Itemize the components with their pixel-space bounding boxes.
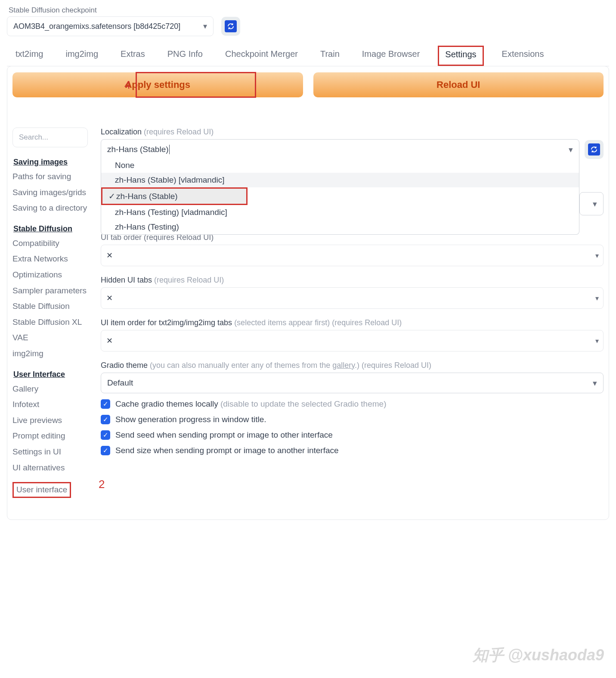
apply-settings-button[interactable]: Apply settings 4 bbox=[12, 72, 303, 97]
tab-image-browser[interactable]: Image Browser bbox=[358, 46, 424, 66]
sidebar-item-sampler[interactable]: Sampler parameters bbox=[12, 285, 88, 297]
checkpoint-select[interactable]: AOM3B4_orangemixs.safetensors [b8d425c72… bbox=[7, 16, 214, 36]
sidebar-group-saving-images[interactable]: Saving images bbox=[13, 158, 88, 167]
checkpoint-value: AOM3B4_orangemixs.safetensors [b8d425c72… bbox=[13, 22, 180, 31]
tab-extensions[interactable]: Extensions bbox=[498, 46, 548, 66]
tab-settings[interactable]: Settings bbox=[438, 46, 483, 66]
checkbox-checked-icon: ✓ bbox=[101, 446, 110, 455]
item-order-select[interactable]: ✕ ▾ bbox=[101, 330, 604, 351]
settings-search-input[interactable] bbox=[12, 128, 88, 147]
sidebar-item-extranet[interactable]: Extra Networks bbox=[12, 253, 88, 265]
localization-select[interactable]: zh-Hans (Stable) ▾ bbox=[101, 139, 579, 160]
tab-train[interactable]: Train bbox=[316, 46, 344, 66]
clear-icon[interactable]: ✕ bbox=[105, 294, 113, 302]
reload-ui-button[interactable]: Reload UI bbox=[313, 72, 604, 97]
checkbox-send-size[interactable]: ✓ Send size when sending prompt or image… bbox=[101, 446, 604, 455]
sidebar-group-sd[interactable]: Stable Diffusion bbox=[13, 224, 88, 233]
tab-txt2img[interactable]: txt2img bbox=[11, 46, 47, 66]
obscured-select-tail[interactable]: ▾ bbox=[579, 192, 604, 215]
checkbox-checked-icon: ✓ bbox=[101, 415, 110, 424]
hidden-tabs-select[interactable]: ✕ ▾ bbox=[101, 287, 604, 309]
chevron-down-icon: ▾ bbox=[595, 252, 599, 260]
hidden-tabs-label: Hidden UI tabs (requires Reload UI) bbox=[101, 276, 604, 285]
marker-4-box bbox=[136, 72, 256, 98]
main-tabs: txt2img img2img Extras PNG Info Checkpoi… bbox=[7, 40, 609, 66]
localization-option-none[interactable]: None bbox=[101, 158, 579, 173]
sidebar-item-sd[interactable]: Stable Diffusion bbox=[12, 301, 88, 312]
clear-icon[interactable]: ✕ bbox=[105, 337, 113, 345]
checkbox-progress-title[interactable]: ✓ Show generation progress in window tit… bbox=[101, 415, 604, 424]
sidebar-item-optim[interactable]: Optimizations bbox=[12, 269, 88, 281]
sidebar-group-ui[interactable]: User Interface bbox=[13, 370, 88, 379]
marker-2: 2 bbox=[99, 478, 105, 491]
sidebar-item-user-interface[interactable]: User interface bbox=[12, 482, 71, 498]
localization-option-testing-vlad[interactable]: zh-Hans (Testing) [vladmandic] bbox=[101, 205, 579, 220]
sidebar-item-prompt-edit[interactable]: Prompt editing bbox=[12, 430, 88, 442]
refresh-icon bbox=[588, 143, 600, 156]
settings-content: Localization (requires Reload UI) zh-Han… bbox=[101, 128, 604, 502]
marker-4: 4 bbox=[124, 78, 130, 92]
refresh-checkpoints-button[interactable] bbox=[221, 17, 240, 36]
checkbox-checked-icon: ✓ bbox=[101, 430, 110, 440]
tab-img2img[interactable]: img2img bbox=[61, 46, 102, 66]
chevron-down-icon: ▾ bbox=[569, 145, 573, 155]
localization-dropdown: None zh-Hans (Stable) [vladmandic] ✓zh-H… bbox=[101, 158, 579, 235]
gallery-link[interactable]: gallery bbox=[332, 361, 355, 370]
chevron-down-icon: ▾ bbox=[595, 337, 599, 345]
gradio-theme-label: Gradio theme (you can also manually ente… bbox=[101, 361, 604, 370]
chevron-down-icon: ▾ bbox=[595, 294, 599, 302]
refresh-localization-button[interactable] bbox=[585, 140, 604, 159]
sidebar-item-saving-dir[interactable]: Saving to a directory bbox=[12, 202, 88, 214]
item-order-label: UI item order for txt2img/img2img tabs (… bbox=[101, 318, 604, 327]
sidebar-item-saving-grids[interactable]: Saving images/grids bbox=[12, 187, 88, 199]
tab-ckpt-merger[interactable]: Checkpoint Merger bbox=[221, 46, 302, 66]
sidebar-item-live[interactable]: Live previews bbox=[12, 415, 88, 426]
sidebar-item-sdxl[interactable]: Stable Diffusion XL bbox=[12, 317, 88, 328]
sidebar-item-vae[interactable]: VAE bbox=[12, 332, 88, 344]
tab-order-select[interactable]: ✕ ▾ bbox=[101, 245, 604, 266]
localization-option-testing[interactable]: zh-Hans (Testing) bbox=[101, 220, 579, 234]
tab-pnginfo[interactable]: PNG Info bbox=[163, 46, 207, 66]
chevron-down-icon: ▾ bbox=[203, 22, 207, 31]
settings-sidebar: Saving images Paths for saving Saving im… bbox=[12, 128, 88, 502]
sidebar-item-compat[interactable]: Compatibility bbox=[12, 238, 88, 249]
sidebar-item-img2img[interactable]: img2img bbox=[12, 348, 88, 360]
checkbox-checked-icon: ✓ bbox=[101, 399, 110, 409]
checkpoint-label: Stable Diffusion checkpoint bbox=[9, 6, 609, 15]
localization-label: Localization (requires Reload UI) bbox=[101, 128, 604, 137]
chevron-down-icon: ▾ bbox=[593, 199, 597, 209]
localization-option-stable[interactable]: ✓zh-Hans (Stable) bbox=[101, 187, 248, 205]
gradio-theme-select[interactable]: Default ▾ bbox=[101, 373, 604, 393]
checkbox-send-seed[interactable]: ✓ Send seed when sending prompt or image… bbox=[101, 430, 604, 440]
sidebar-item-ui-alt[interactable]: UI alternatives bbox=[12, 462, 88, 474]
tab-extras[interactable]: Extras bbox=[116, 46, 149, 66]
settings-panel: Apply settings 4 Reload UI Saving images… bbox=[7, 66, 609, 520]
sidebar-item-paths[interactable]: Paths for saving bbox=[12, 171, 88, 183]
sidebar-item-gallery[interactable]: Gallery bbox=[12, 383, 88, 395]
sidebar-item-infotext[interactable]: Infotext bbox=[12, 399, 88, 411]
clear-icon[interactable]: ✕ bbox=[105, 252, 113, 259]
sidebar-item-settings-in-ui[interactable]: Settings in UI bbox=[12, 446, 88, 458]
localization-option-stable-vlad[interactable]: zh-Hans (Stable) [vladmandic] bbox=[101, 173, 579, 187]
checkbox-cache-themes[interactable]: ✓ Cache gradio themes locally (disable t… bbox=[101, 399, 604, 409]
chevron-down-icon: ▾ bbox=[593, 378, 597, 388]
refresh-icon bbox=[225, 20, 237, 32]
